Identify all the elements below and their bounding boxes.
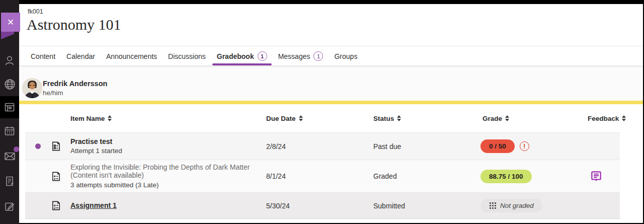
header-due-date[interactable]: Due Date (264, 115, 371, 122)
course-panel: fk001 Astronomy 101 Content Calendar Ann… (19, 4, 643, 223)
due-date-value: 8/1/24 (264, 172, 371, 180)
tab-announcements[interactable]: Announcements (101, 47, 163, 65)
tab-groups[interactable]: Groups (329, 47, 363, 65)
test-document-icon (50, 140, 62, 152)
avatar-photo (22, 78, 42, 98)
sidebar-item-courses[interactable] (0, 96, 19, 118)
page-title: Astronomy 101 (27, 16, 121, 33)
table-row[interactable]: Exploring the Invisible: Probing the Dep… (25, 160, 620, 192)
sort-icon (397, 115, 401, 121)
messages-notification-dot (14, 146, 19, 152)
accent-divider (19, 101, 643, 104)
tab-calendar[interactable]: Calendar (61, 47, 101, 65)
close-icon: ✕ (7, 17, 14, 28)
item-name-link[interactable]: Practise test (70, 137, 259, 146)
rubric-grid-icon (489, 202, 497, 209)
sidebar-item-calendar[interactable] (0, 120, 19, 142)
sort-icon (108, 115, 112, 121)
header-feedback[interactable]: Feedback (586, 115, 620, 122)
item-subtitle: Attempt 1 started (70, 147, 259, 155)
tab-discussions[interactable]: Discussions (163, 47, 211, 65)
calendar-icon (4, 125, 16, 137)
student-banner: Fredrik Andersson he/him (19, 65, 643, 101)
student-name: Fredrik Andersson (43, 80, 107, 88)
sort-icon (622, 115, 626, 121)
sidebar-item-profile[interactable] (0, 49, 19, 71)
gradebook-count-badge: 1 (258, 51, 267, 61)
student-pronouns: he/him (43, 89, 63, 97)
tab-messages[interactable]: Messages 1 (273, 47, 329, 65)
close-course-button[interactable]: ✕ (1, 13, 20, 32)
feedback-icon[interactable] (590, 170, 603, 183)
sidebar-item-grades[interactable] (0, 170, 19, 192)
sort-icon (299, 115, 303, 121)
grade-pill-not-graded: Not graded (480, 199, 542, 212)
sidebar-item-messages[interactable] (0, 145, 19, 167)
grade-pill[interactable]: 0 / 50 (480, 139, 515, 153)
assignment-document-icon (50, 200, 62, 211)
sidebar-item-activity[interactable] (0, 195, 19, 217)
table-row[interactable]: Practise test Attempt 1 started 2/8/24 P… (25, 132, 620, 160)
sort-icon (505, 115, 509, 121)
messages-icon (4, 150, 16, 163)
table-header-row: Item Name Due Date Status Grade Feedback (25, 104, 620, 132)
tab-gradebook[interactable]: Gradebook 1 (211, 47, 273, 65)
status-value: Past due (371, 142, 480, 151)
due-date-value: 5/30/24 (264, 202, 371, 210)
course-code: fk001 (28, 8, 43, 15)
warning-icon: ! (520, 141, 529, 151)
item-name-unavailable: Exploring the Invisible: Probing the Dep… (70, 163, 259, 180)
course-tabbar: Content Calendar Announcements Discussio… (19, 47, 643, 65)
globe-icon (4, 78, 16, 91)
profile-icon (4, 54, 16, 66)
messages-count-badge: 1 (313, 51, 323, 61)
course-header: fk001 Astronomy 101 (19, 4, 643, 46)
table-row[interactable]: Assignment 1 5/30/24 Submitted Not g (25, 192, 620, 219)
due-date-value: 2/8/24 (264, 142, 371, 151)
avatar[interactable] (22, 78, 42, 98)
header-grade[interactable]: Grade (480, 115, 586, 122)
assignment-document-icon (50, 171, 62, 182)
status-value: Graded (371, 172, 480, 180)
header-item-name[interactable]: Item Name (68, 115, 264, 122)
courses-icon (4, 101, 16, 113)
item-name-link[interactable]: Assignment 1 (70, 201, 259, 210)
sidebar-item-institution[interactable] (0, 73, 19, 95)
gradebook-table: Item Name Due Date Status Grade Feedback (25, 104, 620, 219)
tab-content[interactable]: Content (25, 47, 61, 65)
grades-icon (4, 175, 16, 187)
grade-pill[interactable]: 88.75 / 100 (480, 170, 532, 183)
item-subtitle: 3 attempts submitted (3 Late) (70, 181, 259, 189)
status-value: Submitted (371, 202, 480, 210)
app-frame: ✕ fk001 Astronomy 101 Content Calendar A… (0, 0, 644, 224)
unread-indicator-dot (35, 143, 41, 149)
edit-icon (4, 200, 16, 212)
header-status[interactable]: Status (371, 115, 480, 122)
